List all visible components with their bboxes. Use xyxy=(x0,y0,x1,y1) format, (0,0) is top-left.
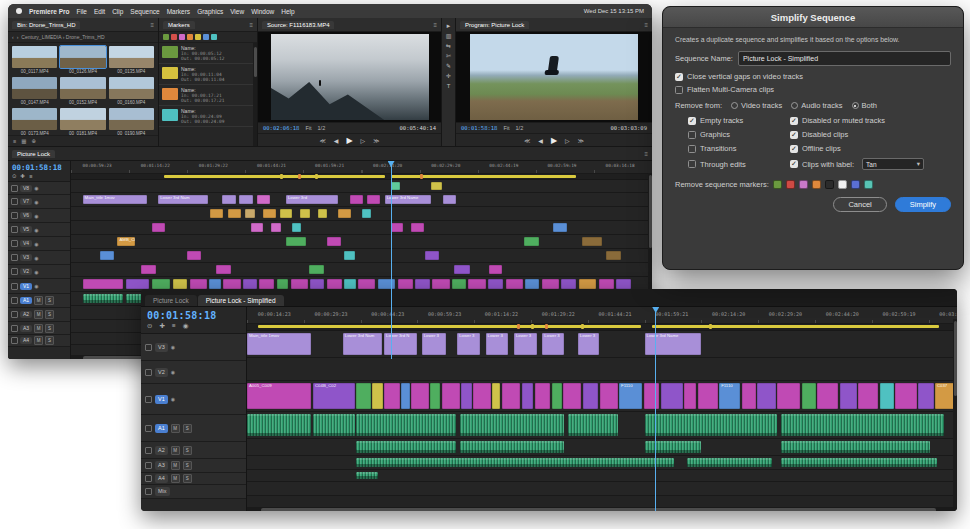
bin-clip[interactable]: 00_0181.MP4 xyxy=(60,108,105,135)
marker-color-swatch[interactable] xyxy=(812,180,821,189)
timeline-clip[interactable] xyxy=(461,383,472,409)
timeline-clip[interactable] xyxy=(542,279,559,289)
timeline-clip[interactable] xyxy=(522,383,533,409)
menu-help[interactable]: Help xyxy=(281,8,294,15)
timeline-clip[interactable]: Lower 3rd Nam xyxy=(343,333,382,355)
timeline-clip[interactable] xyxy=(223,279,240,289)
timeline-clip[interactable] xyxy=(489,265,502,274)
list-view-icon[interactable]: ≡ xyxy=(13,138,16,144)
timeline-clip[interactable] xyxy=(362,209,371,218)
timeline-clip[interactable] xyxy=(280,209,292,218)
timeline-clip[interactable] xyxy=(599,279,614,289)
track-lock-icon[interactable] xyxy=(11,212,18,219)
panel-menu-icon[interactable]: ≡ xyxy=(249,22,253,28)
track-lock-icon[interactable] xyxy=(145,396,152,403)
timeline-clip[interactable] xyxy=(327,279,342,289)
timeline-clip[interactable] xyxy=(552,383,562,409)
track-badge-a1[interactable]: A1 xyxy=(20,297,32,304)
track-badge-a2[interactable]: A2 xyxy=(20,311,32,318)
timeline-clip[interactable] xyxy=(367,195,380,204)
timeline-clip[interactable] xyxy=(222,195,236,204)
track-badge-v5[interactable]: V5 xyxy=(20,226,32,233)
panel-menu-icon[interactable]: ≡ xyxy=(433,22,437,28)
timeline-clip[interactable] xyxy=(216,265,231,274)
timeline-clip[interactable]: Lower 3rd Name xyxy=(645,333,702,355)
timeline-clip[interactable]: AMB_C09 xyxy=(117,237,134,246)
track-lock-icon[interactable] xyxy=(11,283,18,290)
timeline-clip[interactable] xyxy=(781,458,937,467)
timeline-clip[interactable] xyxy=(190,279,207,289)
tab-picture-lock[interactable]: Picture Lock xyxy=(145,295,197,306)
mute-button[interactable]: M xyxy=(171,474,180,483)
timeline-clip[interactable] xyxy=(83,294,124,303)
timeline-clip[interactable] xyxy=(524,237,539,246)
mute-button[interactable]: M xyxy=(171,461,180,470)
track-lock-icon[interactable] xyxy=(145,447,152,454)
ripple-edit-tool-icon[interactable]: ⇆ xyxy=(446,43,451,49)
cancel-button[interactable]: Cancel xyxy=(833,197,886,212)
checkbox-close-vertical-gaps-on-video-tracks[interactable]: ✓Close vertical gaps on video tracks xyxy=(675,72,951,81)
bin-clip[interactable]: 00_0173.MP4 xyxy=(12,108,57,135)
timeline-clip[interactable]: Main_title 1mov xyxy=(247,333,311,355)
timeline-clip[interactable] xyxy=(356,458,674,467)
track-badge-a4[interactable]: A4 xyxy=(155,474,168,483)
solo-button[interactable]: S xyxy=(183,474,192,483)
markers-scrollbar[interactable] xyxy=(253,43,257,146)
timeline-clip[interactable] xyxy=(616,279,631,289)
timeline-clip[interactable] xyxy=(356,414,455,436)
bin-panel-tab[interactable]: Bin: Drone_Trims_HD xyxy=(12,21,80,29)
timeline-clip[interactable] xyxy=(415,279,430,289)
timeline-clip[interactable] xyxy=(432,279,449,289)
track-lock-icon[interactable] xyxy=(145,475,152,482)
timeline-clip[interactable] xyxy=(661,383,683,409)
snap-icon[interactable]: ⊙ xyxy=(147,322,152,330)
mute-button[interactable]: M xyxy=(34,296,43,305)
menu-premiere-pro[interactable]: Premiere Pro xyxy=(29,8,69,15)
timeline-clip[interactable] xyxy=(777,383,800,409)
timeline-clip[interactable] xyxy=(391,182,400,190)
timeline-clip[interactable] xyxy=(561,279,576,289)
track-header-a4[interactable]: A4MS xyxy=(141,473,246,485)
main-ruler[interactable]: 00:00:59:2300:01:14:2200:01:29:2200:01:4… xyxy=(71,161,652,174)
track-header-a2[interactable]: A2MS xyxy=(8,308,70,322)
marker-color-swatch[interactable] xyxy=(825,180,834,189)
timeline-clip[interactable] xyxy=(356,472,377,479)
bottom-timeline-vscrollbar[interactable] xyxy=(953,319,957,507)
panel-menu-icon[interactable]: ≡ xyxy=(150,22,154,28)
timeline-clip[interactable] xyxy=(398,279,413,289)
mute-button[interactable]: M xyxy=(34,310,43,319)
track-lock-icon[interactable] xyxy=(11,240,18,247)
program-panel-tab[interactable]: Program: Picture Lock xyxy=(460,21,529,29)
icon-view-icon[interactable]: ▦ xyxy=(21,138,26,144)
play-button[interactable]: ▶ xyxy=(551,136,557,145)
timeline-clip[interactable] xyxy=(840,383,857,409)
timeline-clip[interactable] xyxy=(228,209,241,218)
timeline-clip[interactable] xyxy=(817,383,838,409)
snap-icon[interactable]: ⊙ xyxy=(12,173,17,179)
track-badge-v3[interactable]: V3 xyxy=(20,254,32,261)
sequence-marker[interactable] xyxy=(420,174,423,179)
timeline-clip[interactable] xyxy=(918,383,934,409)
sequence-marker[interactable] xyxy=(315,174,318,179)
go-to-in-icon[interactable]: ≪ xyxy=(320,137,326,144)
timeline-clip[interactable] xyxy=(344,251,354,260)
solo-button[interactable]: S xyxy=(183,424,192,433)
radio-video-tracks[interactable]: Video tracks xyxy=(731,101,782,110)
timeline-clip[interactable] xyxy=(350,195,363,204)
checkbox-through-edits[interactable]: Through edits xyxy=(688,158,784,170)
sequence-marker[interactable] xyxy=(581,324,584,329)
timeline-clip[interactable] xyxy=(431,182,441,190)
step-forward-icon[interactable]: ▷ xyxy=(361,137,366,144)
menu-markers[interactable]: Markers xyxy=(167,8,190,15)
tab-picture-lock-simplified[interactable]: Picture Lock - Simplified xyxy=(198,295,284,306)
timeline-settings-icon[interactable]: ≡ xyxy=(29,173,32,179)
timeline-clip[interactable] xyxy=(452,279,466,289)
track-header-v2[interactable]: V2◉ xyxy=(141,361,246,384)
track-badge-a3[interactable]: A3 xyxy=(155,461,168,470)
track-header-a4[interactable]: A4MS xyxy=(8,335,70,347)
timeline-clip[interactable] xyxy=(344,279,356,289)
timeline-clip[interactable] xyxy=(781,414,944,436)
timeline-clip[interactable]: Lower 3 xyxy=(422,333,446,355)
go-to-out-icon[interactable]: ≫ xyxy=(373,137,379,144)
timeline-clip[interactable] xyxy=(391,223,404,232)
